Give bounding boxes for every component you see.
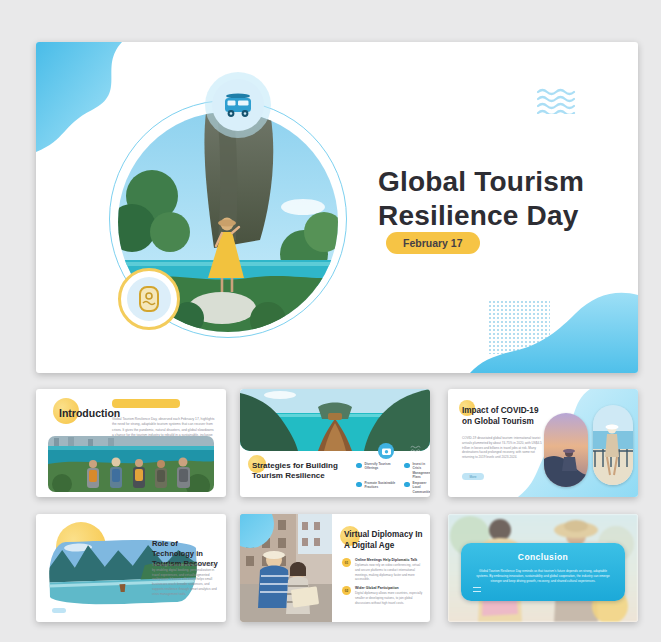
highlight-bar bbox=[112, 399, 180, 408]
item-body: Digital diplomacy allows more countries,… bbox=[355, 591, 426, 605]
bullet-dot-icon bbox=[356, 482, 362, 488]
slide-title: Virtual Diplomacy In A Digital Age bbox=[344, 530, 424, 551]
bullet-dot-icon bbox=[404, 482, 410, 488]
strategy-bullet: Invest in Crisis Management Plans bbox=[404, 462, 428, 479]
main-slide-title: Global Tourism Resilience Day bbox=[378, 165, 636, 233]
strategy-bullet: Diversify Tourism Offerings bbox=[356, 462, 400, 471]
strategy-bullet: Promote Sustainable Practices bbox=[356, 481, 400, 490]
more-button[interactable]: More bbox=[462, 473, 484, 480]
panel-dash-ornament bbox=[473, 587, 481, 592]
page-pill bbox=[52, 608, 66, 613]
bullet-label: Empower Local Communities bbox=[413, 481, 431, 494]
slide-thumb-covid-impact[interactable]: Impact of COVID-19 on Global Tourism COV… bbox=[448, 389, 638, 497]
main-title-slide[interactable]: Global Tourism Resilience Day February 1… bbox=[36, 42, 638, 373]
boat-lagoon-photo bbox=[240, 389, 430, 451]
slide-thumb-strategies[interactable]: Strategies for Building Tourism Resilien… bbox=[240, 389, 430, 497]
bullet-label: Diversify Tourism Offerings bbox=[365, 462, 401, 471]
mini-waves-icon bbox=[410, 445, 423, 453]
numbered-item: 01 Online Meetings Help Diplomatic Talk … bbox=[342, 558, 426, 582]
item-number-badge: 01 bbox=[342, 558, 351, 567]
slide-title: Impact of COVID-19 on Global Tourism bbox=[462, 406, 548, 427]
sunset-capsule-photo bbox=[544, 413, 588, 487]
slide-thumb-virtual-diplomacy[interactable]: Virtual Diplomacy In A Digital Age 01 On… bbox=[240, 514, 430, 622]
corner-blob-bottom-right bbox=[470, 289, 638, 373]
strategy-bullet: Empower Local Communities bbox=[404, 481, 428, 494]
waves-icon bbox=[536, 88, 578, 114]
date-badge: February 17 bbox=[386, 232, 480, 254]
item-body: Diplomats now rely on video conferencing… bbox=[355, 563, 426, 582]
slide-title: Strategies for Building Tourism Resilien… bbox=[252, 461, 348, 482]
camper-van-icon-badge bbox=[205, 72, 271, 138]
bullet-dot-icon bbox=[356, 463, 362, 469]
slide-thumb-technology[interactable]: Role of Technology in Tourism Recovery T… bbox=[36, 514, 226, 622]
bullet-dot-icon bbox=[404, 463, 410, 469]
camper-van-icon bbox=[212, 79, 264, 131]
slide-body-text: COVID-19 devastated global tourism: inte… bbox=[462, 436, 542, 460]
slide-thumb-conclusion[interactable]: Conclusion Global Tourism Resilience Day… bbox=[448, 514, 638, 622]
bullet-label: Promote Sustainable Practices bbox=[365, 481, 401, 490]
slide-body-text: Global Tourism Resilience Day reminds us… bbox=[475, 569, 611, 584]
corner-blob-top-left bbox=[36, 42, 132, 154]
slide-body-text: Technology has accelerated tourism recov… bbox=[152, 563, 218, 596]
traveler-capsule-photo bbox=[593, 405, 633, 485]
backpackers-photo bbox=[48, 436, 214, 492]
travel-badge-icon bbox=[127, 277, 171, 321]
item-number-badge: 02 bbox=[342, 586, 351, 595]
camera-icon bbox=[378, 443, 394, 459]
template-preview-canvas: Global Tourism Resilience Day February 1… bbox=[0, 0, 661, 642]
numbered-item: 02 Wider Global Participation Digital di… bbox=[342, 586, 426, 605]
slide-thumb-introduction[interactable]: Introduction Global Tourism Resilience D… bbox=[36, 389, 226, 497]
bullet-label: Invest in Crisis Management Plans bbox=[413, 462, 431, 479]
travel-badge-icon-circle bbox=[118, 268, 180, 330]
conclusion-panel: Conclusion Global Tourism Resilience Day… bbox=[461, 543, 625, 601]
slide-title: Conclusion bbox=[461, 552, 625, 562]
